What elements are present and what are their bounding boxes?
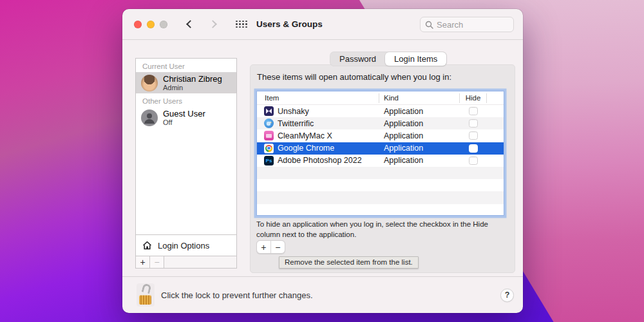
item-kind: Application [379,144,460,153]
google-chrome-app-icon [264,144,274,153]
current-user-label: Current User [136,59,236,72]
cleanmymac-app-icon [264,131,274,140]
tab-password[interactable]: Password [330,52,385,66]
hide-checkbox[interactable] [469,131,478,140]
sidebar-item-current-user[interactable]: Christian Zibreg Admin [136,72,236,93]
table-row-selected[interactable]: Google Chrome Application [257,142,504,155]
unlocked-padlock-icon[interactable] [137,283,155,307]
empty-row [257,179,504,191]
chevron-right-icon [209,20,217,28]
table-row[interactable]: CleanMyMac X Application [257,129,504,142]
user-avatar [141,75,158,91]
table-row[interactable]: Ps Adobe Photoshop 2022 Application [257,155,504,167]
hide-column-hint: To hide an application when you log in, … [256,220,507,240]
home-icon [142,240,153,251]
empty-row [257,204,504,216]
users-groups-window: Users & Groups Search Current User Chris… [122,9,523,313]
hide-checkbox[interactable] [469,107,478,115]
column-header-hide: Hide [460,93,487,103]
photoshop-app-icon: Ps [264,156,274,166]
search-field[interactable]: Search [420,17,514,32]
user-list-sidebar: Current User Christian Zibreg Admin Othe… [135,58,237,256]
user-role: Admin [163,84,222,91]
traffic-lights [134,21,167,28]
item-kind: Application [379,156,460,165]
login-options-label: Login Options [158,241,209,251]
empty-row [257,191,504,204]
remove-login-item-button[interactable]: − [271,241,285,253]
minimize-window-button[interactable] [147,21,155,28]
sidebar-item-guest-user[interactable]: Guest User Off [136,107,236,128]
add-login-item-button[interactable]: + [257,241,271,253]
hide-checkbox[interactable] [469,144,478,153]
item-name: Adobe Photoshop 2022 [278,156,362,165]
remove-item-tooltip: Remove the selected item from the list. [279,256,419,269]
login-items-table[interactable]: Item Kind Hide Unshaky Application [256,91,504,216]
sidebar-user-actions: + − [135,256,237,269]
search-icon [425,21,433,29]
empty-row [257,167,504,179]
item-name: Google Chrome [278,144,334,153]
column-header-item: Item [257,93,379,103]
remove-user-button[interactable]: − [150,256,164,268]
item-name: Unshaky [278,107,309,116]
help-button[interactable]: ? [500,289,514,302]
show-all-preferences-icon[interactable] [236,21,247,28]
user-name: Christian Zibreg [163,74,222,84]
table-row[interactable]: Unshaky Application [257,105,504,117]
hide-checkbox[interactable] [469,156,478,165]
guest-avatar-icon [141,109,158,126]
window-body: Current User Christian Zibreg Admin Othe… [122,40,523,276]
twitterrific-app-icon [264,118,274,128]
other-users-label: Other Users [136,93,236,107]
add-user-button[interactable]: + [136,256,150,268]
user-name: Guest User [163,109,205,118]
window-title: Users & Groups [256,19,323,29]
table-header: Item Kind Hide [257,91,504,105]
back-button[interactable] [183,17,196,32]
search-placeholder: Search [437,20,463,30]
column-header-kind: Kind [379,93,460,103]
tab-login-items[interactable]: Login Items [385,52,446,66]
chevron-left-icon [186,20,194,28]
login-items-intro: These items will open automatically when… [257,72,451,82]
login-item-actions: + − [256,240,285,254]
login-items-panel: These items will open automatically when… [250,64,515,273]
item-kind: Application [379,119,460,128]
user-role: Off [163,118,205,126]
hide-checkbox[interactable] [469,119,478,128]
item-kind: Application [379,107,460,116]
forward-button[interactable] [207,17,220,32]
window-titlebar: Users & Groups Search [122,9,523,40]
unshaky-app-icon [264,106,274,116]
login-options-button[interactable]: Login Options [136,234,236,256]
item-name: Twitterrific [278,119,314,128]
close-window-button[interactable] [134,21,142,28]
item-kind: Application [379,131,460,140]
item-name: CleanMyMac X [278,131,332,140]
table-row[interactable]: Twitterrific Application [257,117,504,129]
tab-bar: Password Login Items [330,52,447,66]
window-footer: Click the lock to prevent further change… [122,276,523,313]
lock-hint-text: Click the lock to prevent further change… [161,290,313,300]
zoom-window-button[interactable] [160,21,167,28]
